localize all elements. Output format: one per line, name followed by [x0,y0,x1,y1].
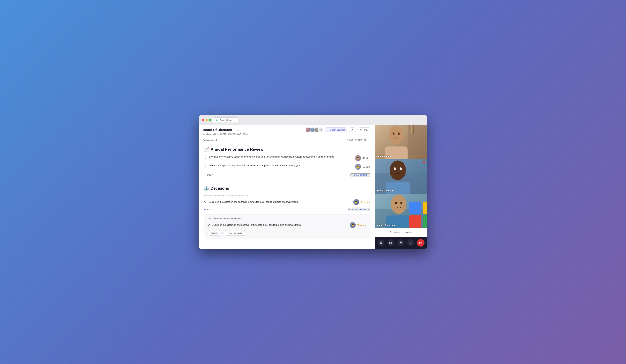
svg-point-47 [395,202,397,204]
title-bar: Google Meet × [199,115,427,125]
tab-title: Google Meet [220,119,232,121]
add-plus-button[interactable]: + [216,138,217,141]
iadm-icon-decisions: ✦ [204,208,206,211]
main-content: Board Of Directors ··· ☆ [199,125,375,249]
decision-card-avatar: 👨 [350,222,356,228]
minimize-button[interactable] [205,119,208,121]
layers-icon [354,138,357,141]
video-controls [375,237,427,249]
fork-icon-1 [204,201,207,203]
window-body: Board Of Directors ··· ☆ [199,125,427,249]
svg-point-42 [399,167,402,170]
notes-button[interactable] [363,138,366,141]
invite-to-collaborate: Invite to collaborate [375,228,427,237]
iadm-row-annual: ✦ iAdam Relevant content [204,173,370,178]
raise-hand-button[interactable] [397,240,404,246]
svg-point-14 [204,201,205,202]
iadm-star-icon: ✦ [327,128,329,131]
video-tile-david: David Johnson [375,159,427,193]
svg-point-15 [206,201,206,202]
ellipsis-vertical-icon [409,241,412,244]
agenda-item2-right: 👨 10 mins [355,164,370,170]
svg-rect-53 [390,242,391,244]
james-name-label: James Anderson [377,224,395,226]
annual-review-section: 📈 Annual Performance Review Evaluate the… [204,147,370,178]
video-tile-adam: Adam Jones [375,125,427,159]
svg-point-22 [209,224,210,225]
microphone-button[interactable] [378,240,384,246]
decisions-title: ⚖️ Decisions [204,186,370,191]
decision-item-1: Decide on the allocation and approval of… [204,199,370,205]
agenda-avatar-1: 👩 [355,155,361,161]
iadm-row-decisions: ✦ iAdam Real-time decisions [204,207,370,212]
participants-avatars: +4 [305,127,323,132]
mac-window: Google Meet × Board Of Directors ··· ☆ [199,115,427,249]
svg-line-20 [205,202,206,202]
video-tiles: Adam Jones [375,125,427,228]
agenda-item1-right: 👩 45 mins [355,155,370,161]
tab-close-button[interactable]: × [234,119,235,121]
chevron-down-icon [367,174,370,176]
decisions-placeholder: What are the next steps? What are the de… [204,194,370,197]
realtime-decisions-button[interactable]: Real-time decisions [348,208,370,211]
content-area: 📈 Annual Performance Review Evaluate the… [199,143,375,249]
svg-line-19 [205,202,205,202]
hand-icon [399,241,402,244]
relevant-content-button[interactable]: Relevant content [351,173,370,176]
decision-card: This decision has been taken before Deci… [204,214,370,239]
svg-point-36 [398,132,400,135]
david-video: David Johnson [375,159,427,193]
star-button[interactable]: ☆ [237,128,239,131]
chevron-down-icon[interactable] [218,139,220,141]
toolbar: Add content: + (6) (10) [199,137,375,143]
svg-point-23 [208,226,209,226]
camera-icon [390,241,392,244]
svg-point-3 [360,129,361,130]
settings-button[interactable] [349,127,356,132]
close-button[interactable] [202,119,204,121]
end-call-button[interactable] [417,239,425,246]
title-right: +4 ✦ iAdam assistant Invite [305,127,371,132]
video-panel: Adam Jones [375,125,427,249]
decision-avatar-1: 👨 [353,199,359,205]
more-controls-button[interactable] [407,240,414,246]
iadm-assistant-button[interactable]: ✦ iAdam assistant [325,127,347,132]
svg-point-55 [410,243,411,243]
invite-collab-button[interactable]: Invite to collaborate [387,230,415,235]
toolbar-left: Add content: + [203,138,220,141]
decision-card-item: Decide on the allocation and approval of… [207,222,367,228]
svg-point-49 [391,231,391,232]
images-button[interactable]: (6) [347,138,353,141]
svg-point-21 [208,224,208,225]
camera-button[interactable] [388,240,394,246]
title-left: Board Of Directors ··· ☆ [203,128,239,132]
svg-point-48 [400,202,402,204]
agenda-checkbox-2[interactable] [204,164,207,167]
fullscreen-button[interactable] [209,119,211,121]
browser-tab[interactable]: Google Meet × [213,118,238,122]
meeting-time: Monday Aug 08, 01:00 PM - 02:00 PM (GMT+… [203,133,371,135]
more-options-icon[interactable] [368,138,371,141]
svg-marker-8 [355,139,357,140]
agenda-avatar-2: 👨 [355,164,361,170]
remove-decision-button[interactable]: Remove decision [224,230,247,236]
more-options-button[interactable]: ··· [233,128,236,132]
layers-button[interactable]: (10) [354,138,362,141]
svg-point-33 [389,126,403,144]
svg-line-27 [209,225,209,226]
svg-point-13 [370,140,371,140]
dismiss-button[interactable]: Dismiss [207,230,222,236]
svg-rect-31 [411,125,412,133]
users-icon [390,231,392,234]
agenda-checkbox-1[interactable] [204,156,207,159]
svg-line-26 [208,225,209,226]
avatar-overflow-count[interactable]: +4 [318,127,323,132]
notes-icon [363,138,366,141]
decision-card-actions: Dismiss Remove decision [207,230,367,236]
svg-point-2 [352,129,353,130]
person-add-icon [360,128,363,131]
phone-end-icon [419,241,422,244]
invite-button[interactable]: Invite [357,127,371,132]
svg-point-12 [369,140,370,140]
ellipsis-icon [368,138,371,141]
